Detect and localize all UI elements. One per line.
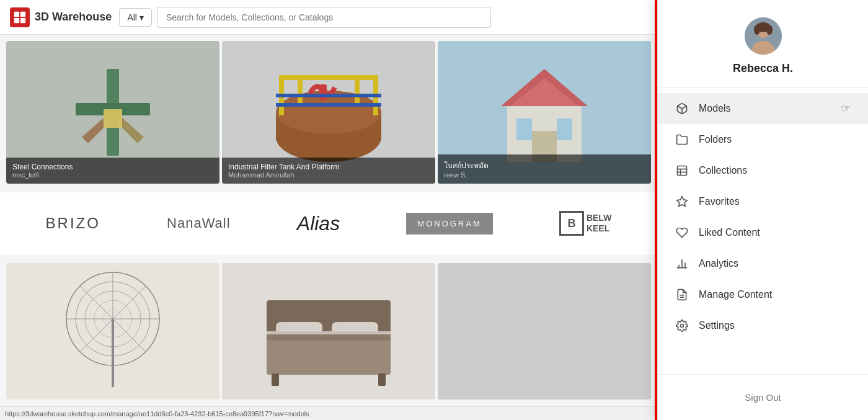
svg-rect-18: [276, 94, 381, 97]
menu-item-manage[interactable]: Manage Content: [658, 279, 868, 310]
sign-out-button[interactable]: Sign Out: [732, 387, 793, 408]
chevron-down-icon: ▾: [140, 12, 144, 22]
menu-label-analytics: Analytics: [699, 258, 851, 269]
svg-point-49: [766, 25, 773, 35]
image-row-1: Steel Connections msc_lotfi: [0, 35, 657, 190]
user-dropdown-panel: Rebecca H. Models ☞ Folders: [657, 0, 868, 420]
brand-monogram: MONOGRAM: [406, 213, 492, 235]
menu-item-collections[interactable]: Collections: [658, 155, 868, 186]
model-card-1[interactable]: Steel Connections msc_lotfi: [6, 41, 219, 184]
model-card-2[interactable]: Industrial Filter Tank And Platform Moha…: [222, 41, 435, 184]
menu-item-folders[interactable]: Folders: [658, 124, 868, 155]
file-icon: [675, 288, 689, 302]
logo-text: 3D Warehouse: [35, 11, 112, 24]
svg-rect-43: [378, 373, 386, 386]
card-info-3: โบสถ์ประหมัด reew S.: [438, 154, 651, 184]
user-name: Rebecca H.: [733, 62, 793, 75]
model-card-6[interactable]: [438, 263, 651, 400]
dropdown-footer: Sign Out: [658, 374, 868, 420]
model-card-3[interactable]: โบสถ์ประหมัด reew S.: [438, 41, 651, 184]
search-input[interactable]: [157, 7, 491, 28]
star-icon: [675, 195, 689, 208]
logo-area: 3D Warehouse: [10, 7, 112, 27]
brand-belwkeel: B BELWKEEL: [559, 211, 611, 236]
menu-label-folders: Folders: [699, 134, 851, 145]
svg-rect-51: [678, 166, 687, 176]
svg-rect-17: [319, 84, 327, 100]
menu-item-favorites[interactable]: Favorites: [658, 186, 868, 217]
analytics-icon: [675, 257, 689, 270]
gear-icon: [675, 319, 689, 333]
search-area: All ▾: [119, 7, 491, 28]
card-title-3: โบสถ์ประหมัด: [444, 159, 645, 171]
card-subtitle-1: msc_lotfi: [12, 171, 213, 179]
folder-icon: [675, 133, 689, 146]
card-info-2: Industrial Filter Tank And Platform Moha…: [222, 158, 435, 184]
filter-button[interactable]: All ▾: [119, 8, 152, 27]
filter-label: All: [127, 12, 137, 22]
collections-icon: [675, 164, 689, 177]
svg-rect-15: [298, 75, 303, 106]
box-icon: [675, 102, 689, 115]
dropdown-menu: Models ☞ Folders Collections: [658, 88, 868, 374]
brand-nanawall: NanaWall: [167, 215, 231, 231]
svg-rect-1: [20, 11, 25, 16]
menu-label-collections: Collections: [699, 165, 851, 176]
svg-rect-36: [267, 337, 391, 375]
card-info-1: Steel Connections msc_lotfi: [6, 158, 219, 184]
card-subtitle-2: Mohammad Amirullah: [228, 171, 429, 179]
menu-label-models: Models: [699, 103, 831, 114]
svg-rect-25: [557, 118, 572, 140]
svg-rect-41: [267, 331, 391, 334]
card-title-1: Steel Connections: [12, 163, 213, 171]
image-row-2: [0, 257, 657, 406]
menu-label-manage: Manage Content: [699, 289, 851, 300]
logo-icon: [10, 7, 30, 27]
menu-label-liked: Liked Content: [699, 227, 851, 238]
menu-item-liked[interactable]: Liked Content: [658, 217, 868, 248]
menu-item-settings[interactable]: Settings: [658, 310, 868, 341]
cursor-icon: ☞: [841, 102, 851, 115]
status-url: https://3dwarehouse.sketchup.com/manage/…: [5, 410, 309, 418]
menu-label-favorites: Favorites: [699, 196, 851, 207]
svg-rect-3: [20, 17, 25, 22]
brands-row: BRIZO NanaWall Alias MONOGRAM B BELWKEEL: [0, 192, 657, 254]
svg-rect-2: [14, 17, 19, 22]
model-card-5[interactable]: [222, 263, 435, 400]
svg-rect-16: [355, 75, 360, 106]
dropdown-header: Rebecca H.: [658, 0, 868, 88]
svg-rect-14: [279, 75, 378, 80]
heart-icon: [675, 226, 689, 239]
svg-point-48: [754, 25, 760, 35]
card-title-2: Industrial Filter Tank And Platform: [228, 163, 429, 171]
model-card-4[interactable]: [6, 263, 219, 400]
svg-rect-0: [14, 11, 19, 16]
svg-marker-55: [677, 197, 688, 207]
brand-brizo: BRIZO: [46, 215, 100, 232]
svg-rect-8: [104, 109, 122, 128]
svg-rect-24: [516, 118, 532, 140]
svg-rect-42: [272, 373, 279, 386]
content-area: Steel Connections msc_lotfi: [0, 35, 657, 420]
svg-rect-19: [276, 103, 381, 107]
brand-alias: Alias: [297, 212, 340, 235]
svg-point-61: [681, 324, 684, 328]
avatar: [745, 17, 782, 55]
menu-item-models[interactable]: Models ☞: [658, 93, 868, 124]
menu-item-analytics[interactable]: Analytics: [658, 248, 868, 279]
card-subtitle-3: reew S.: [444, 171, 645, 179]
menu-label-settings: Settings: [699, 320, 851, 331]
